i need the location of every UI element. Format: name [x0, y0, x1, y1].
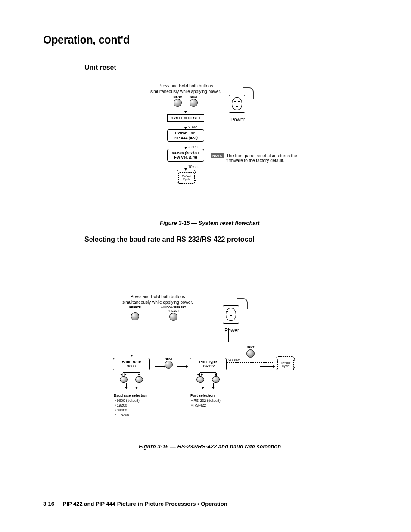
instruction-text: Press and hold both buttonssimultaneousl…	[149, 84, 222, 94]
page-footer: 3-16 PIP 422 and PIP 444 Picture-in-Pict…	[43, 501, 227, 507]
lcd-port-type: Port Type RS-232	[190, 358, 227, 370]
port-list-heading: Port selection	[190, 393, 238, 398]
lcd-extron-l2a: PIP 444	[174, 136, 188, 140]
next-label: NEXT	[165, 357, 173, 360]
list-item: RS-232 (default)	[191, 398, 238, 403]
instr-bold: hold	[179, 84, 188, 88]
arrow-down-icon	[184, 108, 187, 113]
arrow-right-icon	[177, 362, 188, 370]
instruction-text: Press and hold both buttonssimultaneousl…	[115, 294, 201, 305]
power-label: Power	[215, 327, 249, 333]
lcd-fw-l1b: (607)	[185, 151, 194, 155]
arrow-down-icon	[135, 383, 138, 389]
arrow-down-icon	[202, 383, 204, 389]
menu-button-icon	[174, 99, 182, 107]
list-item: 9600 (default)	[115, 398, 161, 403]
divider	[43, 48, 377, 48]
note-text: The front panel reset also returns the f…	[226, 153, 306, 163]
lcd-fw-l1a: 60-606	[172, 151, 185, 155]
lcd-extron-l2b: (422)	[189, 136, 198, 140]
window-preset-button-icon	[169, 313, 177, 321]
lcd-system-reset: SYSTEM RESET	[167, 114, 204, 122]
button-label-freeze: FREEZE	[129, 306, 141, 309]
arrow-down-icon	[212, 383, 215, 389]
section-heading-unit-reset: Unit reset	[84, 64, 377, 72]
figure-3-15: Press and hold both buttonssimultaneousl…	[125, 84, 377, 213]
lcd-port-l1: Port Type	[199, 360, 217, 364]
adjust-vert-button-icon	[135, 376, 143, 383]
list-item: 19200	[115, 403, 161, 408]
arrow-right-icon	[155, 362, 166, 370]
left-right-arrows-icon: ◄►	[196, 373, 204, 376]
arrow-down-icon	[125, 383, 128, 389]
lcd-baud-l2: 9600	[127, 364, 136, 368]
adjust-horiz-button-icon	[120, 376, 128, 383]
default-cycle-icon: DefaultCycle	[177, 170, 195, 184]
button-label-menu: MENU	[174, 95, 182, 98]
button-label-preset: PRESET	[168, 309, 179, 312]
section-heading-baud: Selecting the baud rate and RS-232/RS-42…	[84, 236, 377, 243]
port-selection-list: Port selection RS-232 (default) RS-422	[190, 393, 238, 408]
baud-rate-selection-list: Baud rate selection 9600 (default) 19200…	[114, 393, 161, 417]
lcd-extron-l1: Extron, Inc.	[175, 131, 196, 135]
adjust-vert-button-icon	[212, 376, 220, 383]
lcd-fw-l2b: n.nn	[189, 155, 197, 159]
lcd-fw-l1c: -01	[194, 151, 199, 155]
list-item: 115200	[115, 413, 161, 417]
lcd-fw: 60-606 (607)-01 FW ver. n.nn	[167, 149, 204, 162]
arrow-down-dashed-icon	[184, 143, 187, 149]
lcd-fw-l2a: FW ver.	[174, 155, 189, 159]
instr-pre: Press and	[131, 294, 151, 299]
list-item: 38400	[115, 408, 161, 413]
footer-text: PIP 422 and PIP 444 Picture-in-Picture P…	[63, 501, 227, 507]
time-2sec-a: 2 sec.	[188, 125, 199, 129]
baud-list-heading: Baud rate selection	[114, 393, 161, 398]
lcd-extron: Extron, Inc. PIP 444 (422)	[167, 129, 204, 142]
list-item: RS-422	[191, 403, 238, 408]
chapter-title: Operation, cont'd	[43, 34, 377, 46]
freeze-button-icon	[131, 312, 139, 320]
figure-3-15-caption: Figure 3-15 — System reset flowchart	[43, 220, 377, 226]
default-cycle-icon: DefaultCycle	[276, 356, 294, 370]
lcd-baud-l1: Baud Rate	[122, 360, 141, 364]
lcd-baud-rate: Baud Rate 9600	[113, 358, 150, 370]
page-number: 3-16	[43, 501, 54, 507]
button-label-next: NEXT	[190, 95, 198, 98]
next-button-icon	[246, 349, 255, 358]
figure-3-16-caption: Figure 3-16 — RS-232/RS-422 and baud rat…	[43, 443, 377, 450]
figure-3-16: Press and hold both buttonssimultaneousl…	[99, 294, 377, 436]
timeout-label: 20 sec.	[228, 358, 241, 362]
time-2sec-b: 2 sec.	[188, 145, 199, 149]
power-plug-icon	[220, 299, 243, 326]
arrow-right-icon	[260, 362, 275, 370]
note: NOTE The front panel reset also returns …	[211, 153, 306, 163]
next-label: NEXT	[246, 346, 255, 349]
instr-bold: hold	[151, 294, 160, 299]
arrow-down-dashed-icon	[184, 123, 187, 129]
lcd-port-l2: RS-232	[202, 364, 215, 368]
power-label: Power	[221, 117, 255, 123]
button-label-window-preset: WINDOW PRESET	[161, 306, 186, 309]
left-right-arrows-icon: ◄►	[120, 373, 128, 376]
instr-pre: Press and	[159, 84, 179, 88]
time-10sec: 10 sec.	[188, 165, 200, 169]
note-badge: NOTE	[211, 153, 224, 158]
next-button-icon	[190, 99, 198, 107]
adjust-horiz-button-icon	[196, 376, 204, 383]
power-plug-icon	[226, 89, 249, 115]
